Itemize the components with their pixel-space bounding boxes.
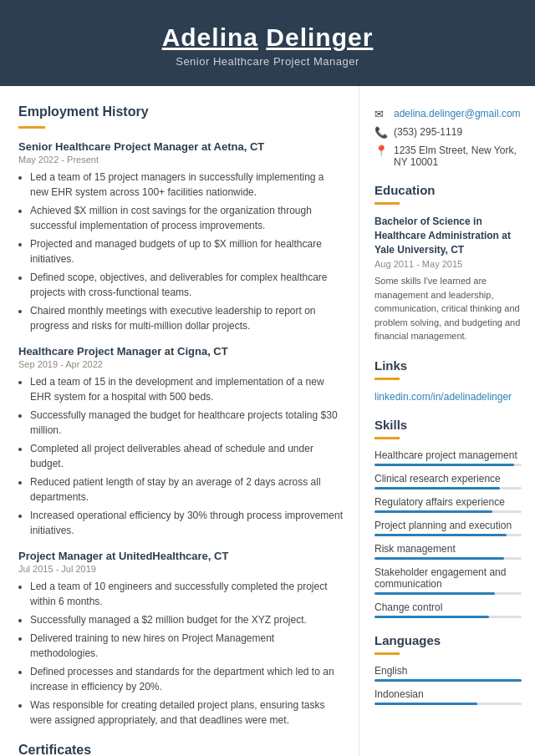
edu-description: Some skills I've learned are management … xyxy=(374,274,522,343)
skill-item: Regulatory affairs experience xyxy=(374,496,522,513)
job-bullet: Achieved $X million in cost savings for … xyxy=(30,203,344,233)
skill-item: Risk management xyxy=(374,543,522,560)
jobs-list: Senior Healthcare Project Manager at Aet… xyxy=(18,140,344,728)
skill-bar-background xyxy=(374,616,522,618)
job-bullet: Delivered training to new hires on Proje… xyxy=(30,631,344,661)
email-link[interactable]: adelina.delinger@gmail.com xyxy=(394,108,521,119)
job-bullet: Led a team of 15 project managers in suc… xyxy=(30,170,344,200)
skill-name: Risk management xyxy=(374,543,522,555)
languages-list: EnglishIndonesian xyxy=(374,665,522,705)
job-entry: Senior Healthcare Project Manager at Aet… xyxy=(18,140,344,333)
job-bullet: Chaired monthly meetings with executive … xyxy=(30,303,344,333)
job-bullet: Defined processes and standards for the … xyxy=(30,664,344,694)
skill-name: Regulatory affairs experience xyxy=(374,496,522,508)
skill-bar-fill xyxy=(374,510,492,513)
skill-name: Project planning and execution xyxy=(374,520,522,531)
job-bullet: Successfully managed a $2 million budget… xyxy=(30,612,344,627)
job-bullet: Was responsible for creating detailed pr… xyxy=(30,698,344,728)
resume-header: Adelina Delinger Senior Healthcare Proje… xyxy=(0,0,535,86)
language-bar-background xyxy=(374,703,522,705)
job-bullet: Defined scope, objectives, and deliverab… xyxy=(30,270,344,300)
skill-item: Change control xyxy=(374,601,522,618)
language-bar-background xyxy=(374,679,522,682)
languages-divider xyxy=(374,652,400,655)
job-bullets: Led a team of 15 project managers in suc… xyxy=(18,170,344,333)
languages-section: Languages EnglishIndonesian xyxy=(374,633,522,705)
education-title: Education xyxy=(374,183,522,197)
language-item: English xyxy=(374,665,522,682)
skills-list: Healthcare project managementClinical re… xyxy=(374,449,522,618)
skills-title: Skills xyxy=(374,418,522,432)
skill-name: Stakeholder engagement and communication xyxy=(374,566,522,590)
job-bullet: Led a team of 15 in the development and … xyxy=(30,374,344,404)
skill-item: Project planning and execution xyxy=(374,520,522,536)
skills-section: Skills Healthcare project managementClin… xyxy=(374,418,522,618)
job-entry: Healthcare Project Manager at Cigna, CTS… xyxy=(18,345,344,538)
job-entry: Project Manager at UnitedHealthcare, CTJ… xyxy=(18,550,344,728)
email-icon: ✉ xyxy=(374,108,388,120)
education-divider xyxy=(374,202,400,205)
job-date: Jul 2015 - Jul 2019 xyxy=(18,564,344,574)
skill-item: Stakeholder engagement and communication xyxy=(374,566,522,595)
phone-icon: 📞 xyxy=(374,126,388,139)
links-divider xyxy=(374,378,400,380)
skill-bar-background xyxy=(374,487,522,490)
left-column: Employment History Senior Healthcare Pro… xyxy=(0,86,359,756)
job-bullet: Successfully managed the budget for heal… xyxy=(30,408,344,438)
job-bullet: Increased operational efficiency by 30% … xyxy=(30,508,344,538)
language-item: Indonesian xyxy=(374,688,522,705)
education-section: Education Bachelor of Science in Healthc… xyxy=(374,183,522,343)
main-content: Employment History Senior Healthcare Pro… xyxy=(0,86,535,756)
links-title: Links xyxy=(374,358,522,373)
employment-title: Employment History xyxy=(18,104,344,119)
skill-bar-fill xyxy=(374,557,504,560)
job-title: Healthcare Project Manager at Cigna, CT xyxy=(18,345,344,358)
skill-bar-background xyxy=(374,592,522,595)
job-bullet: Projected and managed budgets of up to $… xyxy=(30,236,344,266)
links-list: linkedin.com/in/adelinadelinger xyxy=(374,390,522,403)
job-bullet: Completed all project deliverables ahead… xyxy=(30,441,344,471)
languages-title: Languages xyxy=(374,633,522,647)
employment-section: Employment History Senior Healthcare Pro… xyxy=(18,104,344,728)
address-item: 📍 1235 Elm Street, New York, NY 10001 xyxy=(374,145,522,168)
candidate-name: Adelina Delinger xyxy=(17,23,518,52)
skill-bar-fill xyxy=(374,534,507,536)
skill-name: Healthcare project management xyxy=(374,449,522,461)
links-section: Links linkedin.com/in/adelinadelinger xyxy=(374,358,522,403)
language-bar-fill xyxy=(374,703,477,705)
phone-item: 📞 (353) 295-1119 xyxy=(374,126,522,139)
job-bullet: Led a team of 10 engineers and successfu… xyxy=(30,579,344,609)
job-date: Sep 2019 - Apr 2022 xyxy=(18,359,344,369)
job-bullets: Led a team of 10 engineers and successfu… xyxy=(18,579,344,728)
skill-bar-background xyxy=(374,557,522,560)
skill-name: Clinical research experience xyxy=(374,473,522,485)
certificates-title: Certificates xyxy=(18,743,344,756)
skill-item: Clinical research experience xyxy=(374,473,522,490)
skill-bar-background xyxy=(374,534,522,536)
certificates-section: Certificates Certified Healthcare Projec… xyxy=(18,743,344,756)
right-column: ✉ adelina.delinger@gmail.com 📞 (353) 295… xyxy=(359,86,535,756)
skill-bar-fill xyxy=(374,592,495,595)
address-value: 1235 Elm Street, New York, NY 10001 xyxy=(394,145,522,168)
language-name: Indonesian xyxy=(374,688,522,700)
candidate-title: Senior Healthcare Project Manager xyxy=(17,55,518,68)
link-item[interactable]: linkedin.com/in/adelinadelinger xyxy=(374,391,512,403)
skill-item: Healthcare project management xyxy=(374,449,522,466)
skill-bar-background xyxy=(374,510,522,513)
job-bullets: Led a team of 15 in the development and … xyxy=(18,374,344,538)
skill-name: Change control xyxy=(374,601,522,613)
job-bullet: Reduced patient length of stay by an ave… xyxy=(30,474,344,505)
phone-value: (353) 295-1119 xyxy=(394,126,462,138)
skill-bar-fill xyxy=(374,616,489,618)
location-icon: 📍 xyxy=(374,145,388,157)
skill-bar-fill xyxy=(374,464,514,466)
email-item: ✉ adelina.delinger@gmail.com xyxy=(374,108,522,120)
job-date: May 2022 - Present xyxy=(18,155,344,165)
language-name: English xyxy=(374,665,522,677)
contact-section: ✉ adelina.delinger@gmail.com 📞 (353) 295… xyxy=(374,104,522,168)
employment-divider xyxy=(18,126,45,129)
job-title: Project Manager at UnitedHealthcare, CT xyxy=(18,550,344,562)
job-title: Senior Healthcare Project Manager at Aet… xyxy=(18,140,344,153)
skills-divider xyxy=(374,437,400,439)
edu-degree: Bachelor of Science in Healthcare Admini… xyxy=(374,215,522,256)
